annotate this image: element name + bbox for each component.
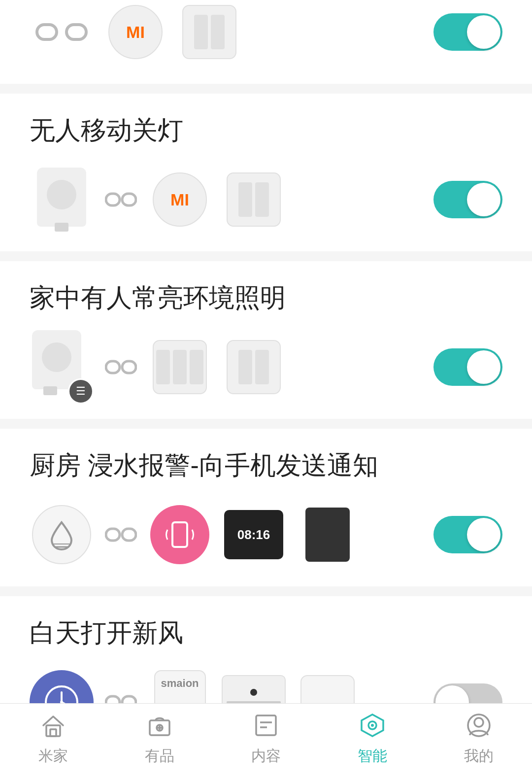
svg-rect-2 [106,194,120,205]
wall-switch-double [222,168,286,232]
content-icon [250,710,282,741]
svg-rect-4 [106,361,120,373]
svg-rect-9 [122,529,136,541]
section-title-no-motion: 无人移动关灯 [30,113,502,148]
nav-label-home: 米家 [38,746,68,766]
svg-rect-1 [66,25,86,39]
nav-label-profile: 我的 [464,746,494,766]
nav-item-smart[interactable]: 智能 [319,710,426,766]
svg-rect-0 [37,25,57,39]
section-ambient: 家中有人常亮环境照明 ☰ [0,261,532,419]
page-container: MI 无人移动关灯 [0,0,532,782]
svg-rect-23 [256,715,276,735]
svg-rect-5 [122,361,136,373]
display-time: 08:16 [237,527,270,543]
svg-point-30 [474,718,483,727]
nav-label-shop: 有品 [145,746,174,766]
nav-label-smart: 智能 [358,746,387,766]
devices-row-ambient: ☰ [30,335,502,399]
section-title-ambient: 家中有人常亮环境照明 [30,281,502,315]
nav-label-content: 内容 [251,746,281,766]
nav-item-home[interactable]: 米家 [0,710,106,766]
device-partial-switch [177,0,241,64]
motion-sensor-icon [30,168,94,232]
link-icon-2 [103,350,138,384]
svg-rect-10 [172,522,187,547]
link-icon-1 [103,182,138,217]
devices-row-flood: 08:16 [30,503,502,567]
svg-rect-17 [46,725,60,736]
speaker-icon [296,503,360,567]
svg-rect-8 [106,529,120,541]
link-icon-3 [103,517,138,552]
smart-icon [357,710,388,741]
wall-switch-double-2 [222,335,286,399]
phone-notify-icon [148,503,212,567]
mi-hub-icon: MI [148,168,212,232]
toggle-no-motion[interactable] [433,181,502,218]
section-title-vent-open: 白天打开新风 [30,616,502,650]
section-no-motion: 无人移动关灯 MI [0,94,532,251]
section-flood: 厨房 浸水报警-向手机发送通知 [0,429,532,586]
device-partial-mi: MI [103,0,167,64]
nav-item-content[interactable]: 内容 [213,710,319,766]
devices-row-no-motion: MI [30,168,502,232]
water-sensor-icon [30,503,94,567]
home-icon [37,710,69,741]
display-device-icon: 08:16 [222,503,286,567]
toggle-partial[interactable] [433,13,502,51]
svg-point-28 [371,724,374,727]
nav-item-shop[interactable]: 有品 [106,710,213,766]
section-title-flood: 厨房 浸水报警-向手机发送通知 [30,448,502,483]
toggle-flood[interactable] [433,516,502,553]
nav-item-profile[interactable]: 我的 [426,710,532,766]
motion-sensor-badge-icon: ☰ [30,335,94,399]
toggle-ambient[interactable] [433,348,502,386]
shop-icon [144,710,175,741]
profile-icon [463,710,495,741]
wall-switch-triple-1 [148,335,212,399]
svg-rect-18 [50,729,56,736]
svg-rect-3 [122,194,136,205]
partial-top-section: MI [0,0,532,84]
device-partial-1 [30,0,94,64]
bottom-nav: 米家 有品 [0,703,532,782]
